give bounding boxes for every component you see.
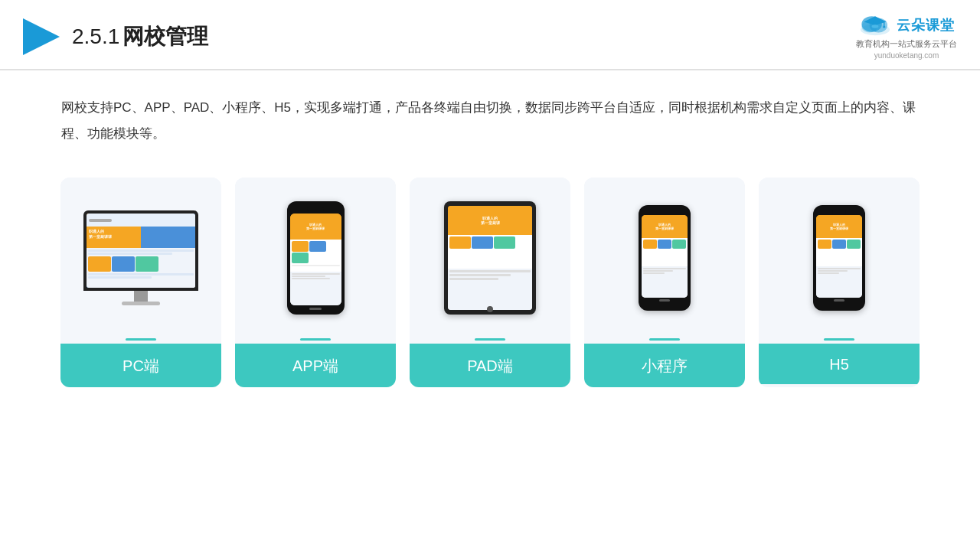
description-text: 网校支持PC、APP、PAD、小程序、H5，实现多端打通，产品各终端自由切换，数… xyxy=(0,70,980,162)
card-pc: 职通人的第一堂刷课课 xyxy=(60,178,221,387)
logo-text: 云朵课堂 xyxy=(897,16,955,34)
phone-mockup-h5: 职通人的第一堂刷课课 xyxy=(813,205,865,311)
card-app-label: APP端 xyxy=(235,344,396,387)
card-pad-image: 职通人的第一堂刷课 xyxy=(410,178,570,338)
card-pad: 职通人的第一堂刷课 xyxy=(410,178,570,387)
card-miniprogram-image: 职通人的第一堂刷课课 xyxy=(584,178,745,338)
svg-point-9 xyxy=(883,26,885,28)
svg-point-7 xyxy=(872,24,879,28)
card-miniprogram-accent xyxy=(649,338,680,341)
card-app: 职通人的第一堂刷课课 xyxy=(235,178,396,387)
tablet-mockup: 职通人的第一堂刷课 xyxy=(444,201,536,315)
page-title: 2.5.1网校管理 xyxy=(72,22,208,51)
page-header: 2.5.1网校管理 云朵课堂 教育机构一站式服务云平台 yu xyxy=(0,0,980,70)
card-h5-accent xyxy=(824,338,854,341)
card-h5-label: H5 xyxy=(759,344,920,384)
phone-mockup-app: 职通人的第一堂刷课课 xyxy=(287,201,345,315)
play-icon xyxy=(23,18,60,55)
card-miniprogram-label: 小程序 xyxy=(584,344,745,387)
card-app-accent xyxy=(300,338,331,341)
card-pc-accent xyxy=(126,338,156,341)
card-pc-image: 职通人的第一堂刷课课 xyxy=(60,178,221,338)
logo-url: yunduoketang.com xyxy=(874,51,939,60)
svg-marker-0 xyxy=(23,18,60,55)
card-h5: 职通人的第一堂刷课课 xyxy=(759,178,920,387)
card-miniprogram: 职通人的第一堂刷课课 xyxy=(584,178,745,387)
card-pad-accent xyxy=(475,338,505,341)
cloud-logo-icon xyxy=(858,14,892,37)
logo-area: 云朵课堂 教育机构一站式服务云平台 yunduoketang.com xyxy=(856,14,957,60)
logo-tagline: 教育机构一站式服务云平台 xyxy=(856,38,957,50)
card-pc-label: PC端 xyxy=(60,344,221,387)
card-h5-image: 职通人的第一堂刷课课 xyxy=(759,178,920,338)
device-cards-section: 职通人的第一堂刷课课 xyxy=(0,162,980,387)
header-left: 2.5.1网校管理 xyxy=(23,18,208,55)
card-app-image: 职通人的第一堂刷课课 xyxy=(235,178,396,338)
phone-mockup-miniprogram: 职通人的第一堂刷课课 xyxy=(639,205,691,311)
card-pad-label: PAD端 xyxy=(410,344,570,387)
monitor-mockup: 职通人的第一堂刷课课 xyxy=(83,210,198,305)
logo-cloud: 云朵课堂 xyxy=(858,14,955,37)
